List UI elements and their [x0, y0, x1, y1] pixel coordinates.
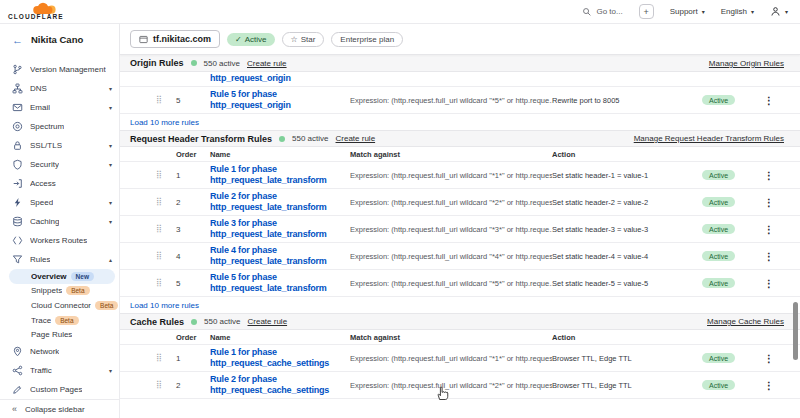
sidebar-item-rules[interactable]: Rules ▴ — [0, 250, 119, 269]
kebab-menu-button[interactable]: ⋮ — [764, 353, 774, 364]
load-more-link[interactable]: Load 10 more rules — [120, 114, 800, 130]
manage-rules-link[interactable]: Manage Origin Rules — [709, 59, 784, 68]
load-more-link[interactable]: Load 10 more rules — [120, 297, 800, 313]
kebab-menu-button[interactable]: ⋮ — [764, 224, 774, 235]
rule-name-link[interactable]: Rule 2 for phase http_request_cache_sett… — [210, 374, 350, 396]
drag-handle-icon[interactable]: ⣿ — [156, 354, 176, 362]
match-expression: Expression: (http.request.full_uri wildc… — [350, 198, 552, 207]
kebab-menu-button[interactable]: ⋮ — [764, 170, 774, 181]
kebab-menu-button[interactable]: ⋮ — [764, 197, 774, 208]
match-expression: Expression: (http.request.full_uri wildc… — [350, 279, 552, 288]
match-expression: Expression: (http.request.full_uri wildc… — [350, 96, 552, 105]
drag-handle-icon[interactable]: ⣿ — [156, 96, 176, 104]
drag-handle-icon[interactable]: ⣿ — [156, 171, 176, 179]
kebab-menu-button[interactable]: ⋮ — [764, 278, 774, 289]
section-cache-rules: Cache Rules 550 active Create rule Manag… — [120, 313, 800, 399]
add-site-button[interactable]: + — [639, 4, 654, 19]
chevron-down-icon: ▾ — [785, 8, 788, 15]
status-badge: ✓ Active — [227, 33, 275, 46]
sidebar-item-access[interactable]: Access — [0, 174, 119, 193]
drag-handle-icon[interactable]: ⣿ — [156, 252, 176, 260]
sidebar-item-page-rules[interactable]: Page Rules — [0, 327, 119, 342]
create-rule-link[interactable]: Create rule — [336, 134, 376, 143]
create-rule-link[interactable]: Create rule — [247, 59, 287, 68]
rule-name-link[interactable]: Rule 3 for phase http_request_late_trans… — [210, 218, 350, 240]
rule-name-link[interactable]: Rule 5 for phase http_request_origin — [210, 89, 350, 111]
drag-handle-icon[interactable]: ⣿ — [156, 198, 176, 206]
kebab-menu-button[interactable]: ⋮ — [764, 251, 774, 262]
match-expression: Expression: (http.request.full_uri wildc… — [350, 252, 552, 261]
rule-order: 3 — [176, 225, 210, 234]
section-origin-rules: Origin Rules 550 active Create rule Mana… — [120, 55, 800, 130]
action-summary: Set static header-5 = value-5 — [552, 279, 702, 288]
sidebar-item-overview[interactable]: Overview New — [9, 269, 115, 284]
status-badge: Active — [702, 197, 735, 207]
drag-handle-icon[interactable]: ⣿ — [156, 225, 176, 233]
domain-selector[interactable]: tf.nikitac.com — [130, 30, 220, 48]
cloudflare-wordmark: CLOUDFLARE — [8, 13, 64, 20]
sidebar-item-speed[interactable]: Speed ▾ — [0, 193, 119, 212]
table-row: ⣿ 5 Rule 5 for phase http_request_origin… — [120, 87, 800, 114]
chevron-down-icon: ▾ — [109, 199, 112, 206]
email-icon — [12, 102, 23, 113]
star-button[interactable]: ☆ Star — [282, 32, 325, 47]
rule-order: 1 — [176, 171, 210, 180]
table-row: ⣿ 5 Rule 5 for phase http_request_late_t… — [120, 270, 800, 297]
top-bar: CLOUDFLARE Go to... + Support ▾ English … — [0, 0, 800, 24]
support-label: Support — [670, 7, 698, 16]
user-menu[interactable]: ▾ — [770, 6, 788, 17]
match-expression: Expression: (http.request.full_uri wildc… — [350, 171, 552, 180]
sidebar-item-security[interactable]: Security ▾ — [0, 155, 119, 174]
rule-name-link[interactable]: Rule 5 for phase http_request_late_trans… — [210, 272, 350, 294]
sidebar-item-version-management[interactable]: Version Management — [0, 60, 119, 79]
create-rule-link[interactable]: Create rule — [248, 317, 288, 326]
cloudflare-logo[interactable]: CLOUDFLARE — [0, 0, 110, 24]
status-badge: Active — [702, 224, 735, 234]
chevron-down-icon: ▾ — [109, 104, 112, 111]
section-header: Cache Rules 550 active Create rule Manag… — [120, 313, 800, 330]
active-count: 550 active — [204, 317, 240, 326]
sidebar-badge: New — [71, 272, 94, 281]
back-arrow-icon[interactable]: ← — [12, 34, 23, 46]
action-summary: Set static header-1 = value-1 — [552, 171, 702, 180]
sidebar-badge: Beta — [95, 301, 118, 310]
action-summary: Browser TTL, Edge TTL — [552, 381, 702, 390]
sidebar-item-custom-pages[interactable]: Custom Pages — [0, 380, 119, 399]
rule-name-link[interactable]: Rule 4 for phase http_request_late_trans… — [210, 245, 350, 267]
rule-name-link[interactable]: http_request_origin — [210, 73, 350, 84]
sidebar-item-spectrum[interactable]: Spectrum — [0, 117, 119, 136]
sidebar-item-cloud-connector[interactable]: Cloud Connector Beta — [0, 298, 119, 313]
user-icon — [770, 6, 781, 17]
goto-search[interactable]: Go to... — [582, 7, 622, 17]
search-icon — [582, 7, 592, 17]
sidebar-item-trace[interactable]: Trace Beta — [0, 313, 119, 328]
rule-name-link[interactable]: Rule 1 for phase http_request_late_trans… — [210, 164, 350, 186]
sidebar-item-ssl-tls[interactable]: SSL/TLS ▾ — [0, 136, 119, 155]
kebab-menu-button[interactable]: ⋮ — [764, 95, 774, 106]
manage-rules-link[interactable]: Manage Cache Rules — [707, 317, 784, 326]
section-header: Origin Rules 550 active Create rule Mana… — [120, 55, 800, 72]
sidebar-item-dns[interactable]: DNS ▾ — [0, 79, 119, 98]
spectrum-icon — [12, 121, 23, 132]
manage-rules-link[interactable]: Manage Request Header Transform Rules — [634, 134, 784, 143]
section-title: Cache Rules — [130, 317, 184, 327]
section-request-header-transform-rules: Request Header Transform Rules 550 activ… — [120, 130, 800, 313]
collapse-sidebar-button[interactable]: « Collapse sidebar — [0, 399, 119, 418]
language-menu[interactable]: English ▾ — [721, 7, 754, 16]
drag-handle-icon[interactable]: ⣿ — [156, 279, 176, 287]
rule-name-link[interactable]: Rule 2 for phase http_request_late_trans… — [210, 191, 350, 213]
drag-handle-icon[interactable]: ⣿ — [156, 381, 176, 389]
sidebar-item-workers-routes[interactable]: Workers Routes — [0, 231, 119, 250]
network-icon — [12, 83, 23, 94]
rule-name-link[interactable]: Rule 1 for phase http_request_cache_sett… — [210, 347, 350, 369]
sidebar-item-network[interactable]: Network — [0, 342, 119, 361]
vertical-scrollbar[interactable] — [793, 302, 798, 360]
sidebar-item-snippets[interactable]: Snippets Beta — [0, 284, 119, 299]
kebab-menu-button[interactable]: ⋮ — [764, 380, 774, 391]
sidebar-item-caching[interactable]: Caching ▾ — [0, 212, 119, 231]
support-menu[interactable]: Support ▾ — [670, 7, 705, 16]
sidebar-nav: Version Management DNS ▾ Email ▾ Spectru… — [0, 55, 120, 418]
sidebar-item-email[interactable]: Email ▾ — [0, 98, 119, 117]
match-expression: Expression: (http.request.full_uri wildc… — [350, 381, 552, 390]
sidebar-item-traffic[interactable]: Traffic ▾ — [0, 361, 119, 380]
